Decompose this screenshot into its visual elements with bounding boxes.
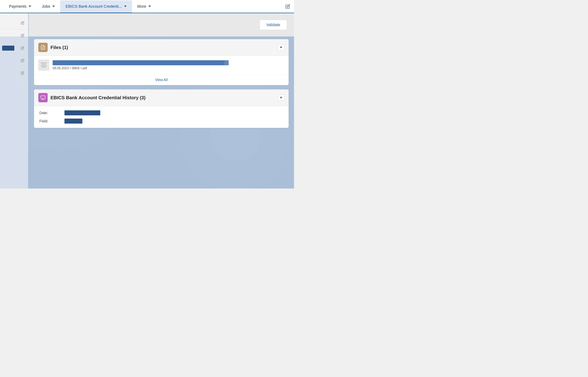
history-collapse-chevron-icon [280,97,282,99]
history-content: Date: Field: [34,106,289,128]
history-field-row: Field: [39,118,283,124]
nav-item-ebics[interactable]: EBICS Bank Account Credenti... [60,0,132,13]
history-card: EBICS Bank Account Credential History (3… [34,89,289,128]
sidebar-edit-icon-5[interactable] [21,71,25,75]
right-content: Files (1) 09.05.2023 • 58KB • pdf [29,13,294,188]
nav-item-more[interactable]: More [132,0,156,13]
sidebar-edit-icon-3[interactable] [21,46,25,50]
svg-rect-0 [42,47,43,47]
payments-chevron-icon [29,6,31,7]
nav-item-payments[interactable]: Payments [4,0,37,13]
history-field-label: Field: [39,119,61,123]
main-area: Validate [0,13,294,188]
sidebar-row-2 [0,29,28,42]
file-name-bar[interactable] [53,60,226,65]
history-date-value [64,110,100,115]
history-card-title: EBICS Bank Account Credential History (3… [50,95,275,101]
more-chevron-icon [149,6,151,7]
files-collapse-chevron-icon [280,47,282,48]
files-card-title: Files (1) [50,45,275,50]
svg-rect-1 [42,48,44,48]
view-all-link[interactable]: View All [155,78,168,82]
history-collapse-button[interactable] [278,94,284,101]
files-collapse-button[interactable] [278,44,284,51]
history-date-label: Date: [39,111,61,115]
sidebar [0,13,29,188]
jobs-chevron-icon [52,6,55,7]
files-card-icon [38,43,48,52]
view-all-row: View All [34,75,289,85]
nav-ebics-label: EBICS Bank Account Credenti... [65,4,122,9]
file-row: 09.05.2023 • 58KB • pdf [34,56,289,75]
nav-more-label: More [137,4,146,9]
file-thumbnail [38,60,49,71]
svg-rect-2 [42,48,44,49]
sidebar-edit-icon-1[interactable] [21,21,25,25]
files-card: Files (1) 09.05.2023 • 58KB • pdf [34,39,289,85]
sidebar-edit-icon-4[interactable] [21,59,25,63]
files-card-header: Files (1) [34,39,289,56]
top-navigation: Payments Jobs EBICS Bank Account Credent… [0,0,294,13]
nav-item-jobs[interactable]: Jobs [37,0,60,13]
sidebar-row-4 [0,54,28,67]
ebics-chevron-icon [124,6,126,7]
sidebar-blue-bar [2,46,14,51]
sidebar-row-5 [0,67,28,79]
history-date-row: Date: [39,110,283,115]
nav-jobs-label: Jobs [42,4,50,9]
file-meta: 09.05.2023 • 58KB • pdf [53,66,284,70]
sidebar-row-1 [0,17,28,29]
sidebar-row-3 [0,42,28,54]
history-field-value [64,118,82,124]
edit-icon[interactable] [285,4,290,9]
history-card-icon [38,93,48,102]
sidebar-edit-icon-2[interactable] [21,34,25,37]
svg-rect-3 [41,96,45,99]
nav-payments-label: Payments [9,4,26,9]
history-card-header: EBICS Bank Account Credential History (3… [34,89,289,106]
file-info: 09.05.2023 • 58KB • pdf [53,60,284,70]
